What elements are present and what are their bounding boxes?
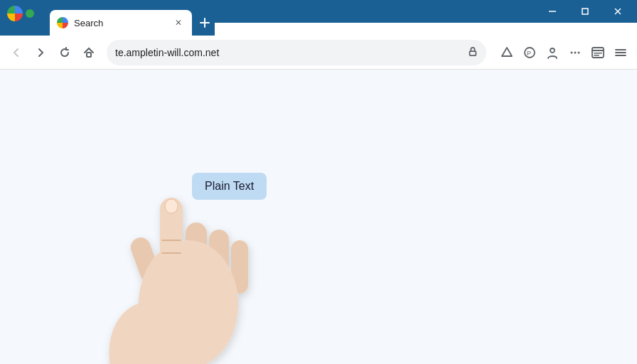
tab-bar: Search ✕ — [0, 0, 215, 36]
lock-icon — [468, 46, 478, 59]
menu-button[interactable] — [610, 42, 631, 63]
more-options-button[interactable] — [564, 42, 586, 63]
google-dot-icon — [26, 9, 34, 18]
close-button[interactable] — [601, 0, 634, 23]
google-logo — [7, 6, 34, 21]
active-tab[interactable]: Search ✕ — [50, 10, 192, 36]
address-bar[interactable]: te.ampletin-will.com.net — [107, 40, 486, 65]
back-button[interactable] — [6, 42, 27, 63]
forward-button[interactable] — [30, 42, 51, 63]
tab-title: Search — [74, 18, 166, 28]
plain-text-button[interactable]: Plain Text — [192, 173, 267, 200]
svg-point-29 — [165, 199, 178, 213]
svg-rect-6 — [87, 53, 91, 57]
svg-rect-7 — [470, 51, 476, 55]
svg-rect-23 — [209, 230, 229, 290]
svg-rect-25 — [128, 235, 163, 285]
google-g-icon — [7, 6, 23, 21]
svg-rect-1 — [582, 9, 588, 14]
content-area: Plain Text — [0, 70, 637, 364]
svg-point-12 — [574, 51, 577, 53]
url-text: te.ampletin-will.com.net — [115, 47, 462, 58]
svg-point-26 — [139, 240, 238, 364]
tab-search-button[interactable] — [587, 42, 609, 63]
sync-button[interactable] — [542, 42, 563, 63]
svg-rect-17 — [594, 55, 599, 56]
svg-point-11 — [571, 51, 573, 53]
window-controls — [536, 0, 634, 23]
svg-point-10 — [550, 48, 555, 53]
reload-button[interactable] — [54, 42, 75, 63]
svg-point-13 — [578, 51, 580, 53]
svg-rect-22 — [186, 223, 207, 287]
svg-rect-21 — [160, 198, 183, 269]
home-button[interactable] — [78, 42, 100, 63]
svg-text:P: P — [527, 50, 531, 57]
tab-favicon — [57, 17, 68, 28]
svg-rect-28 — [87, 341, 211, 364]
profile-button[interactable] — [496, 42, 518, 63]
minimize-button[interactable] — [536, 0, 569, 23]
toolbar: te.ampletin-will.com.net P — [0, 36, 637, 70]
extensions-button[interactable]: P — [519, 42, 540, 63]
maximize-button[interactable] — [569, 0, 601, 23]
hand-cursor-overlay — [50, 183, 291, 364]
new-tab-button[interactable] — [195, 13, 215, 33]
toolbar-right-icons: P — [496, 42, 631, 63]
svg-rect-16 — [594, 53, 602, 54]
svg-rect-24 — [231, 240, 248, 294]
tab-close-button[interactable]: ✕ — [172, 16, 185, 29]
svg-point-27 — [96, 291, 217, 364]
